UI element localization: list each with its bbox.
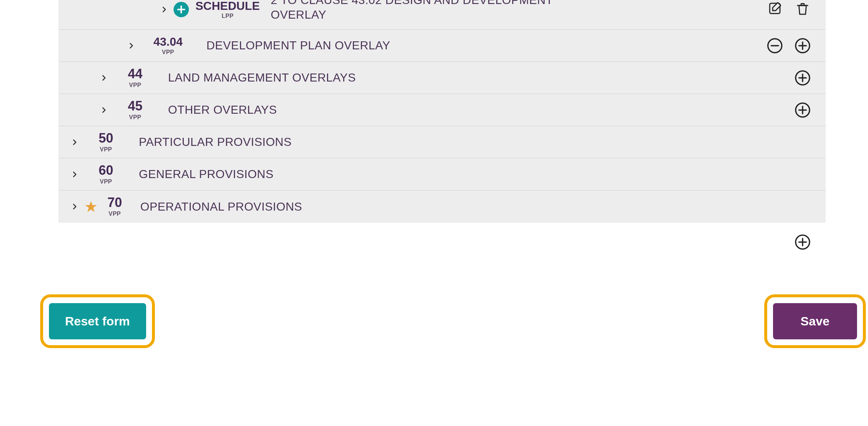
schedule-sub: LPP	[222, 13, 234, 19]
expand-toggle[interactable]	[159, 4, 170, 15]
add-badge-icon[interactable]	[174, 2, 189, 17]
expand-toggle[interactable]	[69, 137, 80, 148]
row-title: LAND MANAGEMENT OVERLAYS	[168, 71, 794, 84]
schedule-text: SCHEDULE	[195, 0, 260, 12]
row-50: 50 VPP PARTICULAR PROVISIONS	[58, 126, 826, 158]
expand-toggle[interactable]	[126, 40, 137, 51]
expand-toggle[interactable]	[99, 72, 110, 83]
row-title: DEVELOPMENT PLAN OVERLAY	[206, 39, 766, 52]
row-title: OTHER OVERLAYS	[168, 103, 794, 117]
save-highlight: Save	[764, 294, 866, 348]
add-section-row	[58, 223, 826, 250]
clause-number: 44 VPP	[113, 67, 157, 88]
expand-toggle[interactable]	[99, 105, 110, 116]
add-icon[interactable]	[794, 102, 811, 118]
reset-highlight: Reset form	[40, 294, 155, 348]
clause-number: 43.04 VPP	[141, 36, 195, 56]
row-title: PARTICULAR PROVISIONS	[139, 135, 811, 149]
add-icon[interactable]	[794, 37, 811, 54]
provisions-panel: SCHEDULE LPP 2 TO CLAUSE 43.02 DESIGN AN…	[58, 0, 826, 223]
expand-toggle[interactable]	[69, 169, 80, 180]
save-button[interactable]: Save	[773, 303, 857, 339]
add-section-icon[interactable]	[794, 234, 811, 250]
clause-number: 70 VPP	[100, 196, 129, 217]
row-title: 2 TO CLAUSE 43.02 DESIGN AND DEVELOPMENT…	[271, 0, 766, 22]
clause-number: 45 VPP	[113, 99, 157, 121]
clause-number: 50 VPP	[84, 132, 128, 153]
row-60: 60 VPP GENERAL PROVISIONS	[58, 158, 826, 191]
edit-icon[interactable]	[766, 0, 783, 17]
row-45: 45 VPP OTHER OVERLAYS	[58, 94, 826, 126]
row-70: 70 VPP OPERATIONAL PROVISIONS	[58, 191, 826, 223]
reset-form-button[interactable]: Reset form	[49, 303, 146, 339]
row-title: OPERATIONAL PROVISIONS	[140, 200, 811, 214]
row-43-04: 43.04 VPP DEVELOPMENT PLAN OVERLAY	[58, 30, 826, 62]
row-44: 44 VPP LAND MANAGEMENT OVERLAYS	[58, 62, 826, 94]
row-schedule-43-02-2: SCHEDULE LPP 2 TO CLAUSE 43.02 DESIGN AN…	[58, 0, 826, 30]
delete-icon[interactable]	[794, 0, 811, 17]
expand-toggle[interactable]	[69, 201, 80, 212]
schedule-label: SCHEDULE LPP	[195, 0, 260, 19]
clause-number: 60 VPP	[84, 164, 128, 185]
row-title: GENERAL PROVISIONS	[139, 167, 811, 181]
form-footer: Reset form Save	[40, 294, 866, 370]
add-icon[interactable]	[794, 69, 811, 86]
star-icon	[84, 200, 98, 214]
remove-icon[interactable]	[766, 37, 783, 54]
